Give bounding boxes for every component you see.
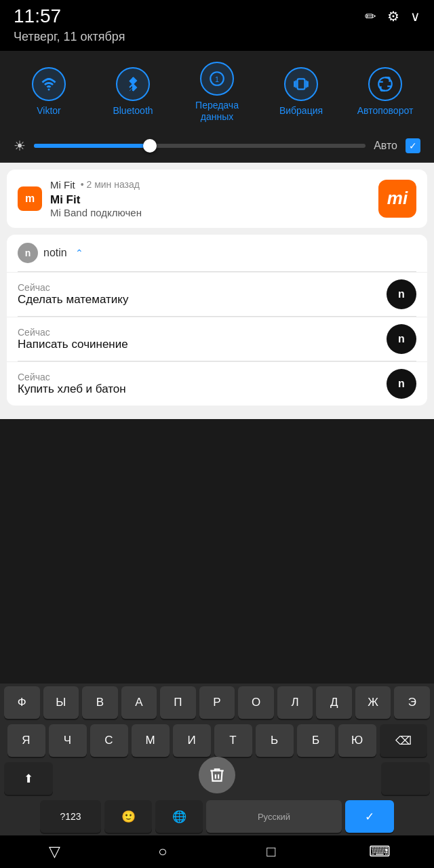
tile-autorotate[interactable]: Автоповорот: [351, 67, 419, 117]
mifit-header: Mi Fit • 2 мин назад: [50, 179, 370, 191]
nav-home-button[interactable]: ○: [146, 838, 180, 865]
brightness-slider[interactable]: [34, 144, 366, 148]
key-o[interactable]: О: [238, 686, 274, 719]
tile-wifi[interactable]: Viktor: [15, 67, 83, 117]
brightness-auto-label: Авто: [374, 140, 397, 152]
tile-autorotate-label: Автоповорот: [357, 105, 414, 117]
quick-settings-panel: Viktor Bluetooth 1: [0, 51, 434, 134]
keyboard-row-1: Ф Ы В А П Р О Л Д Ж Э: [0, 684, 434, 722]
notin-item-3-left: Сейчас Купить хлеб и батон: [18, 372, 387, 396]
notifications-area: m Mi Fit • 2 мин назад Mi Fit Mi Band по…: [0, 163, 434, 419]
key-numbers[interactable]: ?123: [40, 800, 101, 833]
edit-icon: ✏: [365, 8, 376, 24]
notin-item-2[interactable]: Сейчас Написать сочинение n: [7, 317, 427, 361]
notin-notification-group: n notin ⌃ Сейчас Сделать математику n Се…: [7, 235, 427, 406]
keyboard-row-2: Я Ч С М И Т Ь Б Ю ⌫: [0, 722, 434, 760]
keyboard-row-3: ⬆: [0, 760, 434, 797]
brightness-track: [34, 144, 150, 148]
data-tile-icon: 1: [200, 62, 234, 96]
key-a[interactable]: А: [121, 686, 157, 719]
tile-data[interactable]: 1 Передачаданных: [183, 62, 251, 123]
svg-text:1: 1: [215, 75, 219, 83]
key-soft-sign[interactable]: Ь: [256, 724, 294, 757]
key-v[interactable]: В: [82, 686, 118, 719]
status-bar: 11:57 ✏ ⚙ ∨: [0, 0, 434, 30]
key-d[interactable]: Д: [316, 686, 352, 719]
key-ya[interactable]: Я: [7, 724, 45, 757]
key-t[interactable]: Т: [214, 724, 252, 757]
notin-avatar: n: [18, 243, 38, 263]
notin-item-2-left: Сейчас Написать сочинение: [18, 327, 387, 351]
nav-back-button[interactable]: ▽: [37, 838, 71, 865]
notin-item-3[interactable]: Сейчас Купить хлеб и батон n: [7, 361, 427, 406]
bluetooth-tile-icon: [116, 67, 150, 101]
settings-icon[interactable]: ⚙: [387, 8, 399, 24]
notin-item-2-time: Сейчас: [18, 327, 387, 338]
notin-item-1-left: Сейчас Сделать математику: [18, 282, 387, 307]
mifit-small-icon: m: [18, 186, 42, 211]
svg-rect-6: [298, 79, 305, 90]
date-bar: Четверг, 11 октября: [0, 30, 434, 51]
mifit-app-name: Mi Fit: [50, 179, 75, 191]
status-time: 11:57: [14, 5, 61, 27]
keyboard: Ф Ы В А П Р О Л Д Ж Э Я Ч С М И Т Ь Б Ю …: [0, 684, 434, 835]
wifi-tile-icon: [32, 67, 66, 101]
tile-wifi-label: Viktor: [37, 105, 61, 117]
notin-group-name: notin: [43, 247, 67, 259]
keyboard-row-4: ?123 🙂 🌐 Русский ✓: [0, 797, 434, 835]
mifit-content: Mi Fit • 2 мин назад Mi Fit Mi Band подк…: [50, 179, 370, 218]
notin-item-3-text: Купить хлеб и батон: [18, 382, 387, 396]
key-action[interactable]: ✓: [345, 800, 394, 833]
key-space[interactable]: Русский: [206, 800, 342, 833]
key-r[interactable]: Р: [199, 686, 235, 719]
tile-bluetooth[interactable]: Bluetooth: [99, 67, 167, 117]
key-e[interactable]: Э: [394, 686, 430, 719]
expand-icon[interactable]: ∨: [410, 8, 420, 24]
key-m[interactable]: М: [132, 724, 170, 757]
bottom-nav: ▽ ○ □ ⌨: [0, 835, 434, 868]
status-icons-group: ✏ ⚙ ∨: [365, 8, 420, 24]
mifit-body: Mi Band подключен: [50, 207, 370, 218]
notin-item-1-time: Сейчас: [18, 282, 387, 293]
notin-group-header[interactable]: n notin ⌃: [7, 235, 427, 271]
key-f[interactable]: Ф: [4, 686, 40, 719]
mifit-large-icon: mi: [378, 180, 416, 218]
brightness-thumb: [143, 139, 157, 153]
tile-data-label: Передачаданных: [195, 100, 239, 123]
key-yu[interactable]: Ю: [338, 724, 376, 757]
key-shift[interactable]: ⬆: [4, 762, 53, 795]
brightness-icon: ☀: [14, 138, 26, 154]
notin-chevron-up-icon: ⌃: [75, 248, 83, 258]
date-text: Четверг, 11 октября: [14, 30, 125, 43]
notin-item-1-text: Сделать математику: [18, 293, 387, 307]
key-delete[interactable]: ⌫: [380, 724, 427, 757]
key-l[interactable]: Л: [277, 686, 313, 719]
quick-tiles-row: Viktor Bluetooth 1: [7, 62, 427, 123]
key-emoji[interactable]: 🙂: [104, 800, 152, 833]
notin-item-2-text: Написать сочинение: [18, 338, 387, 351]
brightness-row: ☀ Авто ✓: [0, 134, 434, 163]
brightness-auto-checkbox[interactable]: ✓: [406, 138, 420, 153]
nav-recent-button[interactable]: □: [254, 838, 288, 865]
key-i[interactable]: И: [173, 724, 211, 757]
key-s[interactable]: С: [90, 724, 128, 757]
notin-item-1[interactable]: Сейчас Сделать математику n: [7, 272, 427, 316]
trash-button[interactable]: [199, 757, 235, 793]
svg-point-0: [48, 89, 50, 91]
key-globe[interactable]: 🌐: [155, 800, 203, 833]
key-p[interactable]: П: [160, 686, 196, 719]
key-ch[interactable]: Ч: [49, 724, 87, 757]
key-b[interactable]: Б: [297, 724, 335, 757]
tile-bluetooth-label: Bluetooth: [113, 105, 153, 117]
mifit-notification[interactable]: m Mi Fit • 2 мин назад Mi Fit Mi Band по…: [7, 170, 427, 228]
key-yi[interactable]: Ы: [43, 686, 79, 719]
key-shift-2[interactable]: [381, 762, 430, 795]
notin-item-3-avatar: n: [387, 369, 416, 399]
notin-item-1-avatar: n: [387, 279, 416, 309]
key-zh[interactable]: Ж: [355, 686, 391, 719]
notin-item-3-time: Сейчас: [18, 372, 387, 382]
mifit-title: Mi Fit: [50, 193, 370, 207]
nav-keyboard-button[interactable]: ⌨: [363, 838, 397, 865]
tile-vibration-label: Вибрация: [279, 105, 323, 117]
tile-vibration[interactable]: Вибрация: [267, 67, 335, 117]
